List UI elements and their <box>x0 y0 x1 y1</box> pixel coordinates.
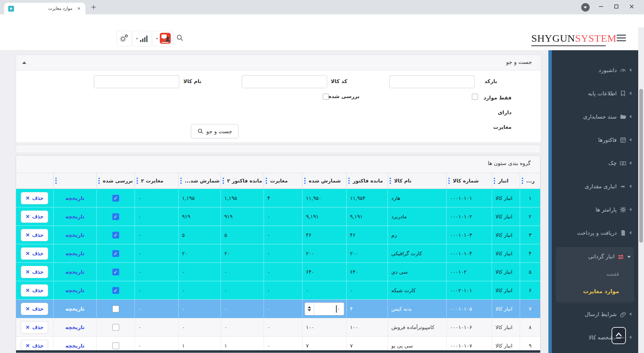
history-link[interactable]: تاریخچه <box>65 306 84 312</box>
delete-button[interactable]: حذف✕ <box>21 211 48 223</box>
column-menu-kebab-icon[interactable] <box>348 178 350 185</box>
reviewed-checkbox[interactable]: ✓ <box>112 213 119 220</box>
collapsed-panel-bar[interactable] <box>16 145 541 153</box>
sidebar-subitem[interactable]: قفسه <box>556 266 634 283</box>
scrollbar-thumb[interactable] <box>639 89 643 243</box>
delete-button[interactable]: حذف✕ <box>21 192 48 204</box>
column-header-invoice2[interactable]: مانده فاکتور ۲ <box>221 173 264 189</box>
column-header-anbar[interactable]: انبار <box>492 173 520 189</box>
reviewed-checkbox[interactable]: ✓ <box>112 195 119 202</box>
history-link[interactable]: تاریخچه <box>65 214 84 220</box>
reviewed-checkbox[interactable] <box>112 306 119 312</box>
delete-button[interactable]: حذف✕ <box>21 229 48 241</box>
column-header-invoice[interactable]: مانده فاکتور <box>346 173 388 189</box>
history-link[interactable]: تاریخچه <box>65 324 84 330</box>
sidebar-item-gear-icon[interactable]: پارامتر ها <box>552 198 638 221</box>
column-header-history[interactable] <box>53 173 96 189</box>
column-header-delete[interactable] <box>16 173 53 189</box>
history-link[interactable]: تاریخچه <box>65 250 84 257</box>
history-link[interactable]: تاریخچه <box>65 287 84 294</box>
column-menu-kebab-icon[interactable] <box>55 178 57 185</box>
window-minimize-button[interactable] <box>596 1 606 12</box>
chevron-down-circle-icon[interactable] <box>581 3 590 12</box>
counted-number-editor[interactable]: ۰ <box>305 302 344 315</box>
column-menu-kebab-icon[interactable] <box>304 178 306 185</box>
column-header-code[interactable]: شماره کالا <box>446 173 492 189</box>
reviewed-filter-checkbox[interactable] <box>323 94 329 100</box>
column-menu-kebab-icon[interactable] <box>223 178 224 185</box>
sidebar-item-dash-icon[interactable]: انباری مقداری <box>552 175 638 198</box>
column-header-counted2[interactable]: شمارش شد... <box>178 173 221 189</box>
table-row[interactable]: ۷انبار کالا۰۰۰۱۰۱۰۵بدنه کیس۴۰۰۰۰۰تاریخچه… <box>16 300 540 318</box>
delete-button[interactable]: حذف✕ <box>21 266 48 278</box>
column-menu-kebab-icon[interactable] <box>390 178 391 185</box>
only-discrepancy-checkbox[interactable] <box>472 94 478 100</box>
window-maximize-button[interactable] <box>611 1 621 12</box>
table-row[interactable]: ۶انبار کالا۰۰۰۲۰۱۰۱کارت شبکه۰۰۰۰۰۰✓تاریخ… <box>16 281 540 300</box>
delete-button[interactable]: حذف✕ <box>21 284 48 297</box>
spinner-buttons[interactable] <box>305 303 314 315</box>
history-link[interactable]: تاریخچه <box>65 195 84 201</box>
column-menu-kebab-icon[interactable] <box>98 178 100 185</box>
chart-dropdown-button[interactable] <box>132 31 152 46</box>
sidebar-item-banknote-icon[interactable]: چک <box>552 151 638 175</box>
group-by-panel[interactable]: گروه بندی ستون ها <box>16 155 540 173</box>
history-link[interactable]: تاریخچه <box>65 343 84 349</box>
grid-horizontal-scrollbar[interactable] <box>16 350 540 353</box>
column-header-diff[interactable]: مغایرت <box>264 173 302 189</box>
delete-button[interactable]: حذف✕ <box>21 303 48 315</box>
table-row[interactable]: ۴انبار کالا۰۰۰۱۰۱۰۴کارت گرافیکی۲۰۰۲۰۰۰۲۰… <box>16 244 540 263</box>
delete-button[interactable]: حذف✕ <box>21 247 48 260</box>
column-menu-kebab-icon[interactable] <box>180 178 182 185</box>
column-menu-kebab-icon[interactable] <box>494 178 495 185</box>
column-menu-kebab-icon[interactable] <box>266 178 267 185</box>
history-link[interactable]: تاریخچه <box>65 232 84 238</box>
sidebar-item-calendar-icon[interactable]: فاکتورها <box>552 128 638 151</box>
item-name-input[interactable] <box>94 75 179 88</box>
barcode-input[interactable] <box>389 75 475 88</box>
column-header-checked[interactable]: بررسی شده <box>96 173 135 189</box>
sidebar-item-exchange-icon[interactable]: انبار گردانی <box>556 247 634 266</box>
column-header-diff2[interactable]: مغایرت ۲ <box>135 173 178 189</box>
sidebar-item-bookmark-icon[interactable]: اطلاعات پایه <box>552 82 638 105</box>
header-search-icon[interactable] <box>176 34 184 43</box>
column-menu-kebab-icon[interactable] <box>137 178 138 185</box>
browser-tab[interactable]: موارد مغایرت ✕ <box>4 3 85 14</box>
reviewed-checkbox[interactable]: ✓ <box>112 232 119 239</box>
column-menu-kebab-icon[interactable] <box>522 178 523 185</box>
tab-close-icon[interactable]: ✕ <box>76 6 81 11</box>
table-row[interactable]: ۸انبار کالا۰۰۰۱۰۱۰۶کامپیوترآماده فروش۱۰۰… <box>16 318 540 337</box>
column-menu-kebab-icon[interactable] <box>448 178 450 185</box>
sidebar-item-paperclip-icon[interactable]: شرایط ارسال <box>552 302 638 326</box>
search-button[interactable]: جست و جو <box>191 124 239 138</box>
sidebar-item-folder-icon[interactable]: سند حسابداری <box>552 105 638 128</box>
item-code-input[interactable] <box>242 75 327 88</box>
settings-gears-button[interactable] <box>116 31 131 46</box>
column-header-counted[interactable]: شمارش شده <box>302 173 346 189</box>
page-scrollbar[interactable] <box>638 27 644 353</box>
sidebar-item-gauge-icon[interactable]: داشبورد <box>552 58 638 82</box>
remote-support-dropdown-button[interactable] <box>153 31 173 46</box>
search-panel-header[interactable]: جست و جو <box>16 55 541 70</box>
new-tab-button[interactable]: + <box>89 3 98 11</box>
sidebar-subitem-active[interactable]: موارد مغایرت <box>556 283 634 300</box>
reviewed-checkbox[interactable]: ✓ <box>112 287 119 294</box>
reviewed-checkbox[interactable]: ✓ <box>112 269 119 275</box>
scroll-to-top-button[interactable] <box>612 327 626 344</box>
table-row[interactable]: ۵انبار کالا۰۰۰۱۰۲سی دی۶۴۰۶۴۰۰۰۰۰✓تاریخچه… <box>16 263 540 281</box>
table-row[interactable]: ۱انبار کالا۰۰۰۱۰۱۰۱هارد۱۱,۹۵۴۱۱,۹۵۰۴۱,۱۹… <box>16 189 540 207</box>
collapse-up-icon[interactable] <box>22 62 26 64</box>
hamburger-menu-icon[interactable] <box>617 35 626 43</box>
sidebar-item-file-icon[interactable]: دریافت و پرداخت <box>552 221 638 244</box>
reviewed-checkbox[interactable] <box>112 342 119 349</box>
column-header-name[interactable]: نام کالا <box>388 173 446 189</box>
delete-button[interactable]: حذف✕ <box>21 321 48 334</box>
table-row[interactable]: ۳انبار کالا۰۰۰۱۰۱۰۳رم۴۶۴۶۰۵۵۰✓تاریخچهحذف… <box>16 226 540 244</box>
history-link[interactable]: تاریخچه <box>65 269 84 275</box>
window-close-button[interactable] <box>627 1 637 12</box>
counted-editor-value[interactable]: ۰ <box>314 303 344 315</box>
table-row[interactable]: ۲انبار کالا۰۰۰۱۰۱۰۲مادربرد۹,۱۹۱۹,۱۹۱۰۹۱۹… <box>16 207 540 226</box>
reviewed-checkbox[interactable] <box>112 324 119 331</box>
column-header-no[interactable]: ر... <box>520 173 540 189</box>
reviewed-checkbox[interactable]: ✓ <box>112 250 119 257</box>
